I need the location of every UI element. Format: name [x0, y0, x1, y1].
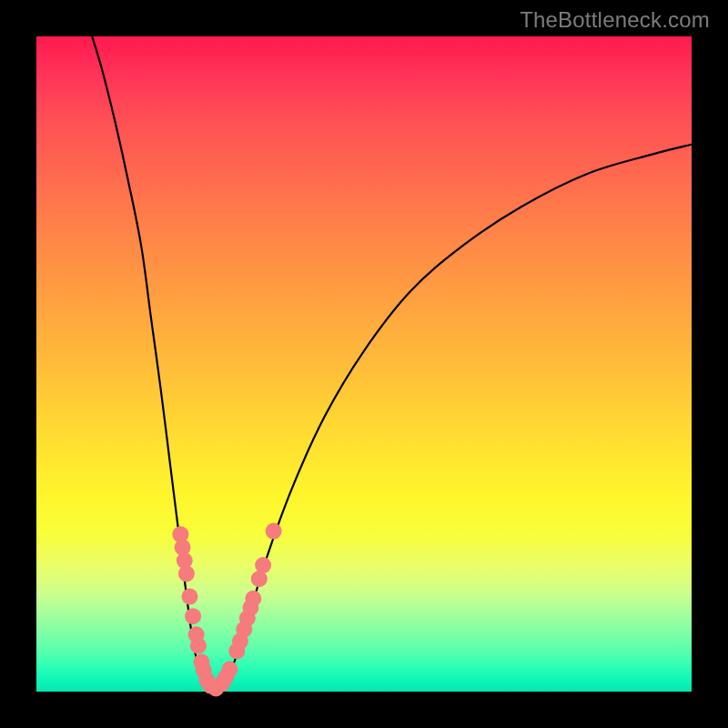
- chart-canvas: TheBottleneck.com: [0, 0, 728, 728]
- watermark-text: TheBottleneck.com: [520, 7, 710, 33]
- data-marker: [266, 523, 282, 540]
- data-marker: [190, 638, 207, 654]
- data-markers: [172, 523, 281, 697]
- data-marker: [255, 557, 271, 573]
- data-marker: [178, 565, 195, 581]
- data-marker: [181, 589, 197, 605]
- bottleneck-curve: [92, 36, 692, 690]
- data-marker: [251, 571, 268, 587]
- chart-svg: [36, 36, 692, 692]
- plot-area: [36, 36, 692, 692]
- data-marker: [185, 608, 201, 624]
- data-marker: [221, 662, 238, 678]
- data-marker: [245, 591, 261, 607]
